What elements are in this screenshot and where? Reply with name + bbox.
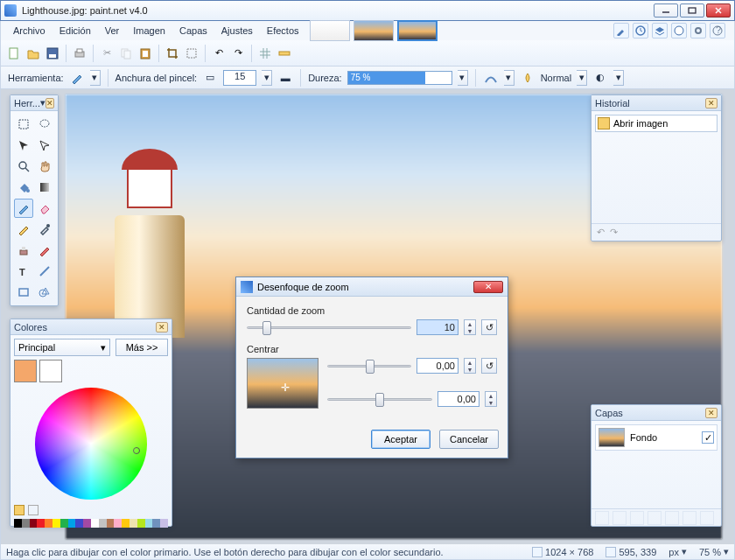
cut-icon[interactable]: ✂ xyxy=(99,46,115,61)
tool-move-selection[interactable] xyxy=(35,136,54,155)
color-palette[interactable] xyxy=(14,519,168,528)
amount-spinner[interactable]: ▲▼ xyxy=(464,319,476,335)
tool-fill[interactable] xyxy=(14,178,33,197)
tool-rect-select[interactable] xyxy=(14,115,33,134)
palette-swatch[interactable] xyxy=(152,519,160,528)
brush-width-dropdown[interactable]: ▾ xyxy=(262,70,272,86)
tool-dropdown[interactable]: ▾ xyxy=(90,70,101,86)
colors-more-button[interactable]: Más >> xyxy=(116,339,168,356)
open-icon[interactable] xyxy=(25,46,41,61)
tool-picker[interactable] xyxy=(35,220,54,239)
palette-swatch[interactable] xyxy=(107,519,115,528)
palette-swatch[interactable] xyxy=(22,519,30,528)
layers-close-icon[interactable]: ✕ xyxy=(705,408,718,418)
antialias-dropdown[interactable]: ▾ xyxy=(504,70,514,86)
copy-icon[interactable] xyxy=(118,46,134,61)
menu-file[interactable]: Archivo xyxy=(6,23,52,38)
tool-text[interactable]: T xyxy=(14,262,33,281)
tool-move[interactable] xyxy=(14,136,33,155)
amount-reset-button[interactable]: ↺ xyxy=(481,319,497,335)
maximize-button[interactable] xyxy=(680,4,704,18)
layer-row[interactable]: Fondo ✓ xyxy=(595,424,718,451)
tool-pan[interactable] xyxy=(35,157,54,176)
crop-icon[interactable] xyxy=(164,46,180,61)
blend-icon[interactable] xyxy=(520,70,536,86)
center-x-slider[interactable] xyxy=(327,358,411,374)
hardness-dropdown[interactable]: ▾ xyxy=(458,70,468,86)
dialog-close-button[interactable]: ✕ xyxy=(473,281,503,293)
layer-down-icon[interactable] xyxy=(682,511,696,525)
layer-delete-icon[interactable] xyxy=(612,511,626,525)
secondary-color-swatch[interactable] xyxy=(39,360,62,382)
amount-slider[interactable] xyxy=(247,319,411,335)
ruler-icon[interactable] xyxy=(276,46,292,61)
redo-small-icon[interactable]: ↷ xyxy=(610,227,618,238)
center-x-spinner[interactable]: ▲▼ xyxy=(464,358,476,374)
palette-swatch[interactable] xyxy=(14,519,22,528)
ok-button[interactable]: Aceptar xyxy=(371,430,430,449)
save-icon[interactable] xyxy=(45,46,60,61)
palette-swatch[interactable] xyxy=(130,519,137,528)
undo-icon[interactable]: ↶ xyxy=(211,46,227,61)
center-y-value[interactable]: 0,00 xyxy=(438,391,480,407)
menu-image[interactable]: Imagen xyxy=(126,23,172,38)
menu-view[interactable]: Ver xyxy=(98,23,127,38)
palette-swatch[interactable] xyxy=(122,519,130,528)
tool-zoom[interactable] xyxy=(14,157,33,176)
doc-thumb-3[interactable] xyxy=(397,20,438,41)
help-icon[interactable]: ? xyxy=(710,23,725,38)
palette-swatch[interactable] xyxy=(83,519,91,528)
paste-icon[interactable] xyxy=(137,46,153,61)
tool-line[interactable] xyxy=(35,262,54,281)
tool-shapes[interactable] xyxy=(35,283,54,302)
tool-lasso[interactable] xyxy=(35,115,54,134)
palette-swatch[interactable] xyxy=(137,519,145,528)
tool-eraser[interactable] xyxy=(35,199,54,218)
deselect-icon[interactable] xyxy=(184,46,200,61)
center-x-value[interactable]: 0,00 xyxy=(416,358,458,374)
color-wheel[interactable] xyxy=(35,388,147,500)
center-reset-button[interactable]: ↺ xyxy=(481,358,497,374)
new-icon[interactable] xyxy=(6,46,22,61)
palette-swatch[interactable] xyxy=(75,519,83,528)
hardness-slider[interactable]: 75 % xyxy=(347,71,452,85)
brush-width-value[interactable]: 15 xyxy=(223,70,256,86)
center-y-spinner[interactable]: ▲▼ xyxy=(485,391,497,407)
palette-swatch[interactable] xyxy=(30,519,38,528)
settings-icon[interactable] xyxy=(690,23,706,38)
palette-menu-icon[interactable] xyxy=(28,505,38,515)
menu-effects[interactable]: Efectos xyxy=(260,23,306,38)
colors-window-icon[interactable] xyxy=(671,23,687,38)
layer-visible-checkbox[interactable]: ✓ xyxy=(702,431,714,444)
status-unit[interactable]: px xyxy=(668,547,679,557)
palette-swatch[interactable] xyxy=(45,519,52,528)
palette-swatch[interactable] xyxy=(91,519,99,528)
history-window-icon[interactable] xyxy=(633,23,648,38)
primary-color-swatch[interactable] xyxy=(14,360,37,382)
center-y-slider[interactable] xyxy=(327,391,432,407)
doc-thumb-1[interactable] xyxy=(310,20,350,41)
menu-edit[interactable]: Edición xyxy=(52,23,98,38)
redo-icon[interactable]: ↷ xyxy=(230,46,246,61)
layer-merge-icon[interactable] xyxy=(648,511,662,525)
tool-pencil[interactable] xyxy=(14,220,33,239)
layers-window-icon[interactable] xyxy=(652,23,668,38)
center-preview[interactable]: ✛ xyxy=(247,358,318,409)
antialias-icon[interactable] xyxy=(483,70,499,86)
amount-value[interactable]: 10 xyxy=(416,319,458,335)
print-icon[interactable] xyxy=(72,46,88,61)
alpha-dropdown[interactable]: ▾ xyxy=(613,70,624,86)
grid-icon[interactable] xyxy=(257,46,273,61)
close-button[interactable] xyxy=(706,4,731,18)
palette-save-icon[interactable] xyxy=(14,505,24,515)
tool-paintbrush[interactable] xyxy=(14,199,33,218)
menu-adjust[interactable]: Ajustes xyxy=(214,23,260,38)
alpha-icon[interactable]: ◐ xyxy=(592,70,608,86)
menu-layers[interactable]: Capas xyxy=(172,23,214,38)
palette-swatch[interactable] xyxy=(68,519,76,528)
layer-dup-icon[interactable] xyxy=(630,511,644,525)
history-close-icon[interactable]: ✕ xyxy=(705,98,718,108)
blend-dropdown[interactable]: ▾ xyxy=(577,70,587,86)
palette-swatch[interactable] xyxy=(60,519,68,528)
minimize-button[interactable] xyxy=(654,4,678,18)
